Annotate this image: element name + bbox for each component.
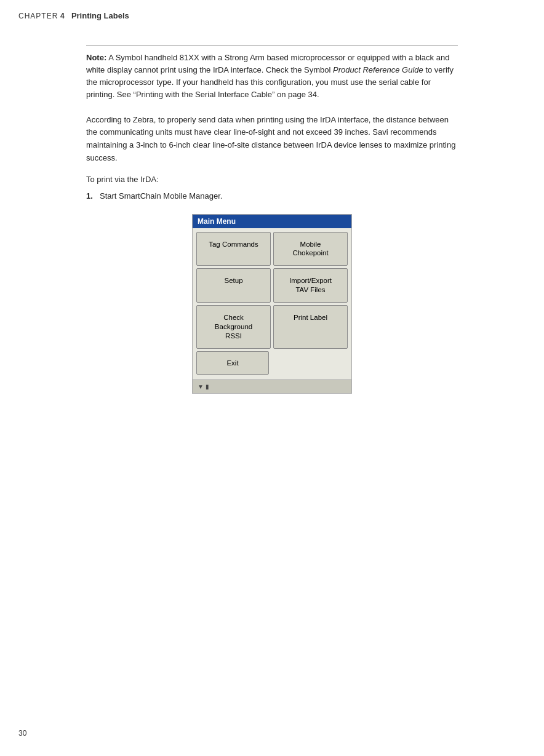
list-item: 1. Start SmartChain Mobile Manager. (86, 190, 458, 203)
screen-row-2: Setup Import/ExportTAV Files (196, 268, 348, 303)
screen-titlebar: Main Menu (193, 215, 351, 228)
setup-btn[interactable]: Setup (196, 268, 271, 303)
screen-row-1: Tag Commands MobileChokepoint (196, 232, 348, 266)
exit-btn[interactable]: Exit (196, 351, 269, 375)
status-icons: ▼ ▮ (198, 383, 209, 390)
screen-row-3: CheckBackgroundRSSI Print Label (196, 305, 348, 349)
chapter-prefix: CHAPTER (18, 12, 58, 20)
body-paragraph-1: According to Zebra, to properly send dat… (86, 114, 458, 165)
list-item-text: Start SmartChain Mobile Manager. (100, 190, 222, 203)
screen-body: Tag Commands MobileChokepoint Setup Impo… (193, 228, 351, 380)
note-text: Note: A Symbol handheld 81XX with a Stro… (86, 52, 458, 101)
note-box: Note: A Symbol handheld 81XX with a Stro… (86, 45, 458, 101)
chapter-title: Printing Labels (71, 11, 129, 20)
page: CHAPTER 4 Printing Labels Note: A Symbol… (0, 0, 544, 756)
screenshot: Main Menu Tag Commands MobileChokepoint … (192, 214, 352, 394)
chapter-number: 4 (60, 12, 65, 20)
intro-label: To print via the IrDA: (86, 175, 458, 184)
numbered-list: 1. Start SmartChain Mobile Manager. (86, 190, 458, 203)
check-background-rssi-btn[interactable]: CheckBackgroundRSSI (196, 305, 271, 349)
screen-row-4: Exit (196, 351, 348, 375)
page-footer: 30 (18, 729, 26, 738)
note-label: Note: (86, 53, 106, 62)
page-number: 30 (18, 729, 26, 738)
chapter-header: CHAPTER 4 Printing Labels (0, 0, 544, 26)
note-italic: Product Reference Guide (333, 65, 423, 74)
mobile-chokepoint-btn[interactable]: MobileChokepoint (273, 232, 348, 266)
content-area: Note: A Symbol handheld 81XX with a Stro… (0, 26, 544, 431)
import-export-btn[interactable]: Import/ExportTAV Files (273, 268, 348, 303)
print-label-btn[interactable]: Print Label (273, 305, 348, 349)
screen-status-bar: ▼ ▮ (193, 380, 351, 393)
list-number: 1. (86, 190, 100, 203)
screenshot-container: Main Menu Tag Commands MobileChokepoint … (86, 214, 458, 394)
tag-commands-btn[interactable]: Tag Commands (196, 232, 271, 266)
